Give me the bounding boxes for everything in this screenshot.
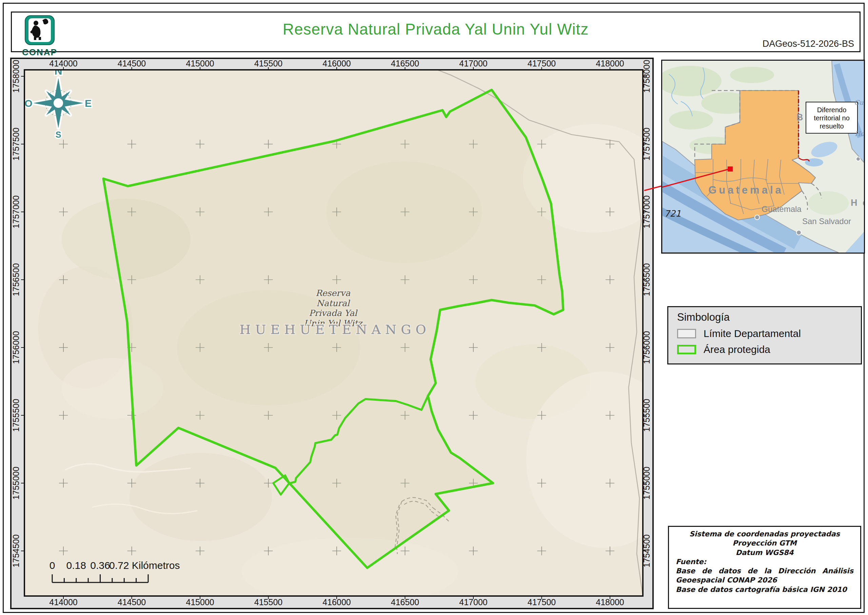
- svg-text:Privada Yal: Privada Yal: [309, 308, 358, 318]
- main-map-canvas: ReservaNaturalPrivada YalUnin Yul WitzHU…: [10, 58, 654, 609]
- svg-text:Reserva: Reserva: [316, 288, 350, 298]
- source-line: Base de datos de la Dirección Análisis G…: [676, 567, 854, 585]
- svg-text:418000: 418000: [596, 59, 624, 68]
- legend-item-label: Área protegida: [704, 344, 770, 355]
- svg-text:S: S: [56, 130, 61, 139]
- svg-text:0.18: 0.18: [66, 560, 86, 571]
- svg-text:San Salvador: San Salvador: [802, 217, 851, 226]
- svg-text:Hond: Hond: [855, 130, 865, 137]
- svg-text:Guatemala: Guatemala: [762, 204, 802, 214]
- svg-text:417500: 417500: [528, 59, 556, 68]
- svg-text:0.36: 0.36: [90, 560, 110, 571]
- legend-item: Límite Departamental: [677, 328, 852, 339]
- svg-text:H o: H o: [851, 198, 865, 208]
- conap-logo: CONAP: [19, 15, 60, 58]
- source-label: Fuente:: [676, 557, 854, 567]
- svg-text:1754500: 1754500: [11, 534, 21, 567]
- inset-city-dot-guatemala: [755, 215, 760, 220]
- source-line: Base de datos cartografía básica IGN 201…: [676, 585, 854, 594]
- reserve-location-marker: [727, 167, 733, 172]
- svg-text:414500: 414500: [118, 59, 146, 68]
- svg-text:721: 721: [664, 209, 681, 219]
- svg-text:Diferendo: Diferendo: [817, 106, 847, 114]
- svg-text:Gu: Gu: [854, 99, 863, 106]
- projection-line: Proyección GTM: [676, 539, 854, 548]
- inset-city-dot: [856, 157, 860, 161]
- svg-text:HUEHUETENANGO: HUEHUETENANGO: [239, 322, 430, 337]
- svg-text:E: E: [85, 98, 92, 109]
- inset-locator-map: GuatemalaGuatemalaSan SalvadorH oBGuHond…: [661, 60, 865, 254]
- svg-text:1756500: 1756500: [11, 263, 21, 296]
- svg-text:1757000: 1757000: [11, 195, 21, 228]
- legend-swatch-green: [677, 345, 696, 354]
- legend-item: Área protegida: [677, 344, 852, 355]
- conap-logo-text: CONAP: [19, 47, 60, 58]
- page-title: Reserva Natural Privada Yal Unin Yul Wit…: [283, 20, 589, 38]
- svg-text:O: O: [24, 98, 32, 109]
- projection-line: Datum WGS84: [676, 548, 854, 557]
- legend-item-label: Límite Departamental: [704, 328, 801, 339]
- svg-text:1758000: 1758000: [11, 60, 21, 92]
- legend-swatch-gray: [677, 329, 696, 338]
- svg-text:1756000: 1756000: [11, 331, 21, 364]
- svg-text:B: B: [796, 112, 805, 122]
- main-map: ReservaNaturalPrivada YalUnin Yul WitzHU…: [10, 58, 654, 609]
- projection-line: Sistema de coordenadas proyectadas: [676, 529, 854, 539]
- svg-text:1755000: 1755000: [11, 467, 21, 499]
- svg-text:territorial no: territorial no: [814, 114, 850, 122]
- svg-text:Natural: Natural: [316, 298, 350, 308]
- header: CONAP Reserva Natural Privada Yal Unin Y…: [11, 11, 860, 52]
- svg-text:0.72 Kilómetros: 0.72 Kilómetros: [109, 560, 180, 571]
- conap-logo-icon: [25, 15, 55, 45]
- svg-text:1755500: 1755500: [11, 399, 21, 432]
- document-code: DAGeos-512-2026-BS: [763, 39, 854, 49]
- svg-text:Guatemala: Guatemala: [708, 184, 784, 196]
- svg-text:415000: 415000: [186, 59, 214, 68]
- map-sheet: CONAP Reserva Natural Privada Yal Unin Y…: [0, 0, 868, 615]
- svg-text:414000: 414000: [49, 59, 77, 68]
- legend-title: Simbología: [677, 311, 852, 323]
- inset-city-dot-sansalvador: [796, 230, 801, 235]
- svg-text:415500: 415500: [254, 59, 283, 68]
- svg-text:416000: 416000: [322, 59, 351, 68]
- svg-text:417000: 417000: [459, 59, 487, 68]
- svg-text:1757500: 1757500: [11, 128, 21, 160]
- info-box: Sistema de coordenadas proyectadas Proye…: [668, 526, 861, 609]
- svg-text:0: 0: [50, 560, 55, 571]
- svg-text:resuelto: resuelto: [820, 122, 844, 130]
- svg-text:416500: 416500: [391, 59, 419, 68]
- map-content: ReservaNaturalPrivada YalUnin Yul WitzHU…: [24, 65, 654, 606]
- legend: Simbología Límite DepartamentalÁrea prot…: [667, 306, 862, 364]
